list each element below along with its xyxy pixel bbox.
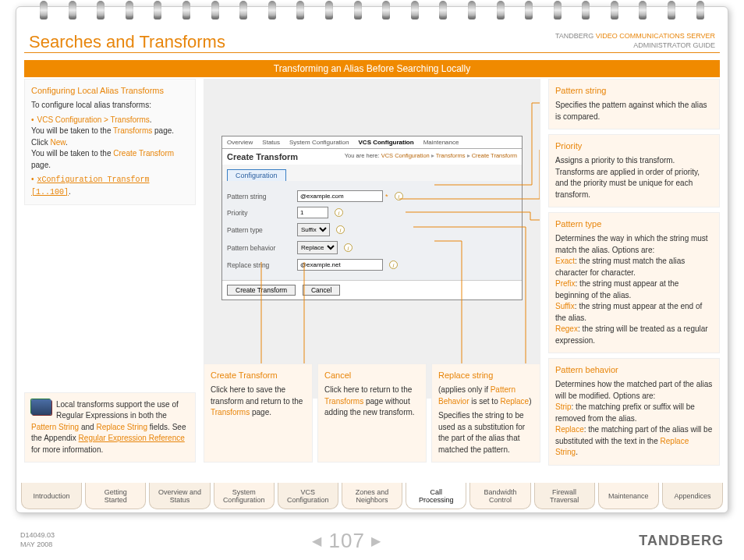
chapter-tab-bandwidth-control[interactable]: BandwidthControl bbox=[469, 483, 530, 509]
help-icon[interactable]: i bbox=[336, 225, 345, 234]
select-pattern-behavior[interactable]: Replace bbox=[297, 241, 338, 254]
note-title: Replace string bbox=[438, 370, 533, 380]
chapter-tab-call-processing[interactable]: CallProcessing bbox=[406, 483, 466, 509]
opt-replace: Replace bbox=[555, 425, 584, 434]
cancel-button[interactable]: Cancel bbox=[303, 285, 340, 296]
help-icon[interactable]: i bbox=[395, 192, 403, 200]
row-pattern-string: Pattern string * i bbox=[227, 190, 517, 202]
help-icon[interactable]: i bbox=[344, 243, 353, 252]
next-page-icon[interactable]: ▶ bbox=[371, 533, 381, 548]
panel-text: Specifies the pattern against which the … bbox=[555, 100, 713, 122]
crumb-create-transform: Create Transform bbox=[472, 152, 517, 159]
note-title: Cancel bbox=[324, 370, 420, 380]
help-icon[interactable]: i bbox=[335, 208, 343, 217]
page-footer: D14049.03 MAY 2008 ◀ 107 ▶ TANDBERG bbox=[20, 526, 724, 555]
row-priority: Priority i bbox=[227, 207, 517, 218]
screenshot-panel: OverviewStatusSystem ConfigurationVCS Co… bbox=[204, 79, 540, 399]
chapter-tab-appendices[interactable]: Appendices bbox=[662, 483, 723, 509]
page-number: 107 bbox=[328, 529, 364, 553]
brand-logo: TANDBERG bbox=[639, 533, 724, 549]
label-priority: Priority bbox=[227, 209, 297, 217]
opt-exact: Exact bbox=[555, 257, 575, 265]
tip-text: Local transforms support the use of Regu… bbox=[31, 399, 189, 456]
panel-title: Priority bbox=[555, 141, 713, 151]
spiral-binding bbox=[40, 1, 704, 23]
embedded-screenshot: OverviewStatusSystem ConfigurationVCS Co… bbox=[221, 136, 523, 300]
xconfig-command-link[interactable]: xConfiguration Transform [1..100] bbox=[31, 175, 150, 197]
panel-title: Pattern string bbox=[555, 86, 713, 95]
input-pattern-string[interactable] bbox=[297, 190, 383, 202]
panel-pattern-string: Pattern string Specifies the pattern aga… bbox=[548, 79, 720, 129]
text: page. bbox=[31, 161, 51, 169]
label-pattern-type: Pattern type bbox=[227, 226, 297, 234]
note-replace-string: Replace string (applies only if Pattern … bbox=[431, 363, 540, 463]
transforms-page-link[interactable]: Transforms bbox=[113, 126, 152, 135]
app-tab-system-configuration[interactable]: System Configuration bbox=[289, 139, 349, 146]
guide-subtitle: ADMINISTRATOR GUIDE bbox=[633, 41, 715, 49]
note-create-transform: Create Transform Click here to save the … bbox=[204, 363, 313, 463]
crumb-transforms[interactable]: Transforms bbox=[436, 152, 466, 159]
chapter-tab-system-configuration[interactable]: SystemConfiguration bbox=[214, 483, 275, 509]
input-priority[interactable] bbox=[297, 207, 328, 218]
text: You will be taken to the bbox=[31, 149, 113, 158]
chapter-tab-overview-and-status[interactable]: Overview andStatus bbox=[149, 483, 210, 509]
opt-prefix: Prefix bbox=[555, 279, 576, 288]
note-cancel: Cancel Click here to return to the Trans… bbox=[317, 363, 427, 463]
app-tab-status[interactable]: Status bbox=[262, 139, 280, 146]
doc-id: D14049.03 MAY 2008 bbox=[20, 531, 55, 549]
app-tab-overview[interactable]: Overview bbox=[227, 139, 253, 146]
chapter-tab-vcs-configuration[interactable]: VCSConfiguration bbox=[278, 483, 338, 509]
select-pattern-type[interactable]: Suffix bbox=[297, 223, 330, 236]
chapter-tab-zones-and-neighbors[interactable]: Zones andNeighbors bbox=[342, 483, 402, 509]
app-tab-maintenance[interactable]: Maintenance bbox=[423, 139, 459, 146]
config-steps: To configure local alias transforms: •VC… bbox=[31, 100, 189, 198]
left-column: Configuring Local Alias Transforms To co… bbox=[24, 79, 196, 467]
chapter-tab-maintenance[interactable]: Maintenance bbox=[598, 483, 659, 509]
asterisk-icon: * bbox=[385, 193, 388, 200]
config-title: Configuring Local Alias Transforms bbox=[31, 86, 189, 95]
panel-pattern-behavior: Pattern behavior Determines how the matc… bbox=[548, 358, 720, 466]
guide-label: TANDBERG VIDEO COMMUNICATIONS SERVER ADM… bbox=[555, 32, 715, 50]
row-pattern-behavior: Pattern behavior Replace i bbox=[227, 241, 517, 254]
new-link[interactable]: New bbox=[50, 138, 65, 147]
label-pattern-string: Pattern string bbox=[227, 193, 297, 200]
create-transform-page-link[interactable]: Create Transform bbox=[113, 149, 174, 158]
transforms-link[interactable]: Transforms bbox=[211, 408, 250, 416]
crumb-vcs-configuration[interactable]: VCS Configuration bbox=[381, 152, 430, 159]
screenshot-title: Create Transform You are here: VCS Confi… bbox=[222, 149, 522, 165]
input-replace-string[interactable] bbox=[297, 259, 383, 271]
notebook-page: Searches and Transforms TANDBERG VIDEO C… bbox=[16, 6, 728, 513]
mid-notes: Create Transform Click here to save the … bbox=[204, 363, 540, 467]
middle-column: OverviewStatusSystem ConfigurationVCS Co… bbox=[204, 79, 540, 467]
opt-strip: Strip bbox=[555, 402, 572, 411]
app-top-tabs: OverviewStatusSystem ConfigurationVCS Co… bbox=[222, 136, 522, 149]
text: You will be taken to the bbox=[31, 126, 113, 135]
chapter-tab-introduction[interactable]: Introduction bbox=[21, 483, 82, 509]
transforms-link[interactable]: Transforms bbox=[324, 397, 363, 406]
form-heading: Create Transform bbox=[227, 152, 298, 161]
prev-page-icon[interactable]: ◀ bbox=[312, 533, 322, 548]
label-pattern-behavior: Pattern behavior bbox=[227, 244, 297, 252]
bullet-icon: • bbox=[31, 115, 34, 124]
nav-vcs-transforms-link[interactable]: VCS Configuration > Transforms bbox=[37, 115, 150, 124]
transform-form: Pattern string * i Priority i Pattern ty… bbox=[222, 181, 522, 280]
config-panel: Configuring Local Alias Transforms To co… bbox=[24, 79, 196, 205]
opt-suffix: Suffix bbox=[555, 302, 575, 310]
tip-panel: Local transforms support the use of Regu… bbox=[24, 392, 196, 463]
pattern-string-link[interactable]: Pattern String bbox=[31, 423, 79, 431]
button-row: Create Transform Cancel bbox=[222, 280, 522, 299]
label-replace-string: Replace string bbox=[227, 261, 297, 269]
title-underline bbox=[24, 52, 720, 53]
regex-reference-link[interactable]: Regular Expression Reference bbox=[79, 434, 185, 442]
configuration-subtab[interactable]: Configuration bbox=[227, 169, 286, 181]
app-tab-vcs-configuration[interactable]: VCS Configuration bbox=[359, 139, 414, 146]
create-transform-button[interactable]: Create Transform bbox=[227, 285, 296, 296]
chapter-tab-firewall-traversal[interactable]: FirewallTraversal bbox=[534, 483, 595, 509]
chapter-tab-getting-started[interactable]: GettingStarted bbox=[85, 483, 146, 509]
replace-string-link[interactable]: Replace String bbox=[96, 423, 147, 431]
help-icon[interactable]: i bbox=[389, 261, 398, 269]
brand-prefix: TANDBERG bbox=[555, 32, 596, 40]
opt-regex: Regex bbox=[555, 324, 578, 333]
panel-title: Pattern type bbox=[555, 219, 713, 229]
note-title: Create Transform bbox=[211, 370, 306, 380]
